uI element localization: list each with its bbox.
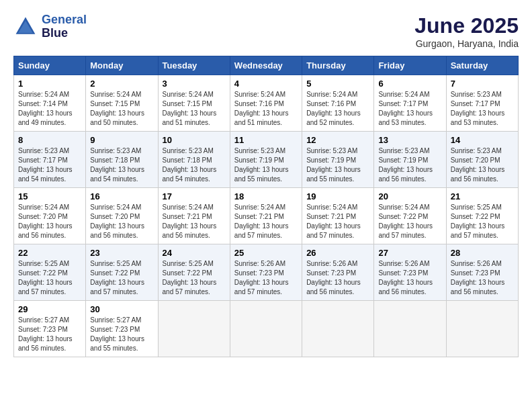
day-info: Sunrise: 5:25 AM Sunset: 7:22 PM Dayligh… — [90, 259, 153, 297]
day-number: 11 — [234, 135, 298, 145]
day-info: Sunrise: 5:26 AM Sunset: 7:23 PM Dayligh… — [234, 259, 298, 297]
day-info: Sunrise: 5:26 AM Sunset: 7:23 PM Dayligh… — [451, 259, 514, 297]
calendar-day-cell: 9Sunrise: 5:23 AM Sunset: 7:18 PM Daylig… — [86, 132, 158, 188]
day-number: 7 — [451, 79, 514, 89]
calendar-week-row: 15Sunrise: 5:24 AM Sunset: 7:20 PM Dayli… — [14, 188, 519, 244]
day-number: 10 — [163, 135, 226, 145]
day-number: 12 — [306, 135, 369, 145]
calendar-week-row: 29Sunrise: 5:27 AM Sunset: 7:23 PM Dayli… — [14, 301, 519, 357]
day-number: 30 — [90, 304, 153, 314]
calendar-day-cell: 18Sunrise: 5:24 AM Sunset: 7:21 PM Dayli… — [230, 188, 302, 244]
day-info: Sunrise: 5:24 AM Sunset: 7:15 PM Dayligh… — [163, 90, 226, 128]
day-number: 13 — [378, 135, 441, 145]
day-info: Sunrise: 5:23 AM Sunset: 7:17 PM Dayligh… — [18, 146, 81, 184]
day-number: 29 — [18, 304, 81, 314]
day-number: 17 — [163, 191, 226, 201]
empty-cell — [230, 301, 302, 357]
calendar-day-cell: 5Sunrise: 5:24 AM Sunset: 7:16 PM Daylig… — [302, 75, 374, 132]
calendar-week-row: 22Sunrise: 5:25 AM Sunset: 7:22 PM Dayli… — [14, 244, 519, 301]
weekday-header-thursday: Thursday — [302, 56, 374, 75]
calendar-week-row: 1Sunrise: 5:24 AM Sunset: 7:14 PM Daylig… — [14, 75, 519, 132]
calendar-day-cell: 28Sunrise: 5:26 AM Sunset: 7:23 PM Dayli… — [446, 244, 518, 301]
calendar-day-cell: 14Sunrise: 5:23 AM Sunset: 7:20 PM Dayli… — [446, 132, 518, 188]
day-number: 21 — [451, 191, 514, 201]
calendar-day-cell: 19Sunrise: 5:24 AM Sunset: 7:21 PM Dayli… — [302, 188, 374, 244]
day-info: Sunrise: 5:26 AM Sunset: 7:23 PM Dayligh… — [306, 259, 369, 297]
day-number: 27 — [378, 248, 441, 258]
day-number: 28 — [451, 248, 514, 258]
calendar-day-cell: 20Sunrise: 5:24 AM Sunset: 7:22 PM Dayli… — [374, 188, 446, 244]
calendar-day-cell: 4Sunrise: 5:24 AM Sunset: 7:16 PM Daylig… — [230, 75, 302, 132]
day-info: Sunrise: 5:25 AM Sunset: 7:22 PM Dayligh… — [18, 259, 81, 297]
day-info: Sunrise: 5:26 AM Sunset: 7:23 PM Dayligh… — [378, 259, 441, 297]
day-info: Sunrise: 5:24 AM Sunset: 7:16 PM Dayligh… — [306, 90, 369, 128]
day-number: 4 — [234, 79, 298, 89]
calendar-day-cell: 15Sunrise: 5:24 AM Sunset: 7:20 PM Dayli… — [14, 188, 86, 244]
calendar-day-cell: 27Sunrise: 5:26 AM Sunset: 7:23 PM Dayli… — [374, 244, 446, 301]
calendar-day-cell: 11Sunrise: 5:23 AM Sunset: 7:19 PM Dayli… — [230, 132, 302, 188]
weekday-header-saturday: Saturday — [446, 56, 518, 75]
day-info: Sunrise: 5:24 AM Sunset: 7:15 PM Dayligh… — [90, 90, 153, 128]
day-info: Sunrise: 5:23 AM Sunset: 7:20 PM Dayligh… — [451, 146, 514, 184]
calendar-day-cell: 29Sunrise: 5:27 AM Sunset: 7:23 PM Dayli… — [14, 301, 86, 357]
calendar-day-cell: 10Sunrise: 5:23 AM Sunset: 7:18 PM Dayli… — [158, 132, 230, 188]
day-number: 16 — [90, 191, 153, 201]
day-info: Sunrise: 5:23 AM Sunset: 7:19 PM Dayligh… — [378, 146, 441, 184]
day-number: 5 — [306, 79, 369, 89]
page-header: GeneralBlue June 2025 Gurgaon, Haryana, … — [13, 13, 519, 49]
calendar-day-cell: 6Sunrise: 5:24 AM Sunset: 7:17 PM Daylig… — [374, 75, 446, 132]
weekday-header-wednesday: Wednesday — [230, 56, 302, 75]
location: Gurgaon, Haryana, India — [414, 38, 519, 49]
empty-cell — [374, 301, 446, 357]
day-info: Sunrise: 5:24 AM Sunset: 7:21 PM Dayligh… — [306, 203, 369, 240]
calendar-day-cell: 8Sunrise: 5:23 AM Sunset: 7:17 PM Daylig… — [14, 132, 86, 188]
day-info: Sunrise: 5:23 AM Sunset: 7:18 PM Dayligh… — [163, 146, 226, 184]
day-info: Sunrise: 5:23 AM Sunset: 7:19 PM Dayligh… — [234, 146, 298, 184]
calendar-day-cell: 13Sunrise: 5:23 AM Sunset: 7:19 PM Dayli… — [374, 132, 446, 188]
weekday-header-friday: Friday — [374, 56, 446, 75]
day-number: 14 — [451, 135, 514, 145]
day-info: Sunrise: 5:24 AM Sunset: 7:20 PM Dayligh… — [18, 203, 81, 240]
day-info: Sunrise: 5:24 AM Sunset: 7:21 PM Dayligh… — [234, 203, 298, 240]
day-number: 15 — [18, 191, 81, 201]
calendar-week-row: 8Sunrise: 5:23 AM Sunset: 7:17 PM Daylig… — [14, 132, 519, 188]
day-number: 23 — [90, 248, 153, 258]
calendar-day-cell: 30Sunrise: 5:27 AM Sunset: 7:23 PM Dayli… — [86, 301, 158, 357]
day-info: Sunrise: 5:27 AM Sunset: 7:23 PM Dayligh… — [90, 316, 153, 353]
empty-cell — [446, 301, 518, 357]
weekday-header-tuesday: Tuesday — [158, 56, 230, 75]
weekday-header-sunday: Sunday — [14, 56, 86, 75]
calendar-day-cell: 22Sunrise: 5:25 AM Sunset: 7:22 PM Dayli… — [14, 244, 86, 301]
calendar-day-cell: 24Sunrise: 5:25 AM Sunset: 7:22 PM Dayli… — [158, 244, 230, 301]
title-area: June 2025 Gurgaon, Haryana, India — [414, 13, 519, 49]
logo: GeneralBlue — [13, 13, 87, 40]
day-number: 18 — [234, 191, 298, 201]
calendar-day-cell: 25Sunrise: 5:26 AM Sunset: 7:23 PM Dayli… — [230, 244, 302, 301]
day-info: Sunrise: 5:24 AM Sunset: 7:14 PM Dayligh… — [18, 90, 81, 128]
calendar-day-cell: 26Sunrise: 5:26 AM Sunset: 7:23 PM Dayli… — [302, 244, 374, 301]
calendar-day-cell: 2Sunrise: 5:24 AM Sunset: 7:15 PM Daylig… — [86, 75, 158, 132]
empty-cell — [302, 301, 374, 357]
calendar-day-cell: 17Sunrise: 5:24 AM Sunset: 7:21 PM Dayli… — [158, 188, 230, 244]
day-info: Sunrise: 5:23 AM Sunset: 7:18 PM Dayligh… — [90, 146, 153, 184]
empty-cell — [158, 301, 230, 357]
logo-text: GeneralBlue — [42, 13, 87, 40]
day-info: Sunrise: 5:24 AM Sunset: 7:22 PM Dayligh… — [378, 203, 441, 240]
day-info: Sunrise: 5:25 AM Sunset: 7:22 PM Dayligh… — [451, 203, 514, 240]
day-info: Sunrise: 5:23 AM Sunset: 7:17 PM Dayligh… — [451, 90, 514, 128]
calendar-day-cell: 12Sunrise: 5:23 AM Sunset: 7:19 PM Dayli… — [302, 132, 374, 188]
day-info: Sunrise: 5:24 AM Sunset: 7:20 PM Dayligh… — [90, 203, 153, 240]
calendar-day-cell: 21Sunrise: 5:25 AM Sunset: 7:22 PM Dayli… — [446, 188, 518, 244]
calendar-day-cell: 3Sunrise: 5:24 AM Sunset: 7:15 PM Daylig… — [158, 75, 230, 132]
day-info: Sunrise: 5:24 AM Sunset: 7:16 PM Dayligh… — [234, 90, 298, 128]
day-number: 20 — [378, 191, 441, 201]
calendar-day-cell: 16Sunrise: 5:24 AM Sunset: 7:20 PM Dayli… — [86, 188, 158, 244]
calendar-day-cell: 7Sunrise: 5:23 AM Sunset: 7:17 PM Daylig… — [446, 75, 518, 132]
calendar-day-cell: 23Sunrise: 5:25 AM Sunset: 7:22 PM Dayli… — [86, 244, 158, 301]
day-number: 24 — [163, 248, 226, 258]
day-number: 26 — [306, 248, 369, 258]
day-number: 6 — [378, 79, 441, 89]
day-info: Sunrise: 5:25 AM Sunset: 7:22 PM Dayligh… — [163, 259, 226, 297]
day-info: Sunrise: 5:24 AM Sunset: 7:17 PM Dayligh… — [378, 90, 441, 128]
day-number: 8 — [18, 135, 81, 145]
